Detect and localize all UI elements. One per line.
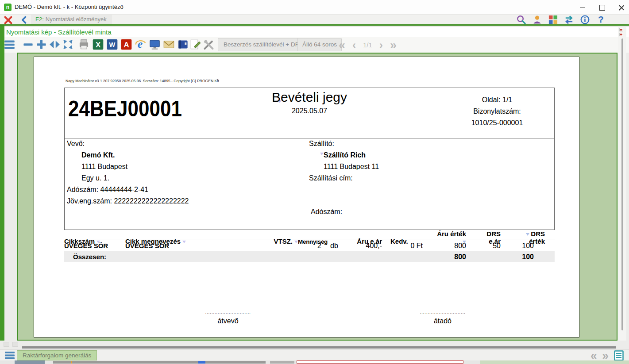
shipping-address-label: Szállítási cím:: [309, 174, 353, 182]
vertical-scrollbar[interactable]: [621, 38, 623, 330]
items-table: Cikkszám Cikk megnevezés VTSZ. Mennyiség…: [64, 230, 555, 262]
nav-bar: F2:Nyomtatási előzmények ?: [0, 15, 629, 26]
menu-icon[interactable]: [4, 38, 15, 50]
status-row: Nyomtatási kép - Szállítólevél minta: [0, 27, 629, 37]
minimize-button[interactable]: [579, 4, 586, 11]
export-excel-icon[interactable]: X: [92, 38, 104, 50]
field-marker-icon: [96, 241, 100, 243]
svg-text:W: W: [109, 41, 116, 48]
window-controls: [579, 0, 625, 15]
layout-button[interactable]: Álló 64 soros: [297, 38, 342, 51]
window-fragment: [15, 360, 45, 364]
print-preview-area: Nagy Machinátor v3.1.207.92050 2025.05.0…: [17, 53, 617, 341]
scroll-left-icon[interactable]: «: [590, 350, 597, 361]
buyer-street: Egy u. 1.: [81, 174, 109, 182]
sum-marker-icon: [526, 233, 529, 236]
report-type-button[interactable]: Beszerzés szállítólevél + DRS: [218, 38, 309, 51]
fit-page-icon[interactable]: [62, 38, 74, 50]
document-meta: Oldal: 1/1 Bizonylatszám: 1010/25-000001: [446, 94, 548, 129]
close-button[interactable]: [618, 4, 625, 11]
mini-icon: [4, 342, 9, 347]
annotation-icon[interactable]: [619, 28, 623, 31]
svg-text:A: A: [123, 41, 129, 49]
mini-icon: [12, 342, 18, 347]
report-copyright-line: Nagy Machinátor v3.1.207.92050 2025.05.0…: [66, 79, 220, 83]
fit-width-icon[interactable]: [49, 38, 61, 50]
cell-aru-ear: 400,-: [347, 242, 389, 250]
annotation-icon[interactable]: [619, 33, 623, 36]
bottom-menu-icon[interactable]: [4, 351, 15, 360]
prev-page-icon[interactable]: ‹: [352, 38, 356, 52]
cell-kedv: 0 Ft: [389, 242, 435, 250]
maximize-button[interactable]: [599, 4, 605, 11]
user-icon[interactable]: [532, 15, 542, 25]
f2-key-label: F2:: [35, 16, 44, 23]
supplier-tax-label: Adószám:: [311, 208, 342, 216]
svg-text:X: X: [96, 41, 101, 49]
archive-icon[interactable]: [177, 38, 189, 50]
generate-stock-movement-button[interactable]: Raktárforgalom generálás: [17, 350, 97, 360]
export-word-icon[interactable]: W: [106, 38, 118, 50]
field-marker-icon: [182, 241, 186, 243]
cell-cikk-megnevezes: ÜVEGES SÖR: [125, 242, 272, 249]
window-fragment: [297, 360, 463, 364]
window-fragment: [480, 360, 629, 364]
document-list-icon[interactable]: [614, 350, 624, 361]
buyer-name: Demó Kft.: [81, 151, 115, 159]
signature-block-issuer: ............................. átadó: [414, 310, 471, 325]
close-view-icon[interactable]: [4, 15, 13, 25]
receipt-number: 1010/25-000001: [446, 117, 548, 129]
first-page-icon[interactable]: «: [339, 38, 345, 52]
horizontal-scrollbar[interactable]: [22, 346, 616, 349]
background-window-sliver: [0, 360, 629, 364]
page-label: Oldal: 1/1: [446, 94, 548, 106]
sum-marker-icon: [463, 241, 466, 243]
info-icon[interactable]: [580, 15, 590, 25]
scroll-right-icon[interactable]: »: [602, 350, 609, 361]
receiver-label: átvevő: [199, 317, 257, 325]
right-side-strip: [618, 27, 626, 341]
f2-tab-label: Nyomtatási előzmények: [46, 16, 107, 23]
cell-drs-ear: 50: [479, 242, 514, 250]
left-accent-strip: [0, 26, 4, 349]
transfer-arrows-icon[interactable]: [564, 15, 574, 25]
email-icon[interactable]: [163, 38, 175, 50]
buyer-label: Vevő:: [67, 140, 85, 148]
window-fragment: [198, 361, 205, 364]
totals-row: Összesen: 800 100: [64, 251, 555, 262]
zoom-out-icon[interactable]: [22, 38, 34, 50]
field-marker-icon: [294, 241, 298, 243]
zoom-in-icon[interactable]: [35, 38, 47, 50]
monitor-icon[interactable]: [149, 38, 161, 50]
title-bar: n DEMÓ - Demó kft. - k - Központi ügyint…: [0, 0, 629, 15]
cell-unit: db: [327, 242, 347, 250]
bottom-right-controls: « »: [590, 350, 624, 361]
search-icon[interactable]: [516, 15, 526, 25]
total-aru-ertek: 800: [435, 253, 479, 261]
buyer-tax-number: Adószám: 44444444-2-41: [67, 186, 148, 194]
col-header-vtsz: VTSZ.: [272, 238, 298, 246]
next-page-icon[interactable]: ›: [379, 38, 383, 52]
print-icon[interactable]: [78, 38, 90, 50]
supplier-label: Szállító:: [309, 140, 334, 148]
window-fragment: [53, 361, 266, 364]
cell-mennyiseg: 2: [298, 242, 327, 250]
document-page: Nagy Machinátor v3.1.207.92050 2025.05.0…: [34, 57, 579, 337]
last-page-icon[interactable]: »: [390, 38, 397, 52]
help-icon[interactable]: ?: [596, 15, 606, 25]
svg-text:?: ?: [598, 15, 604, 24]
apps-grid-icon[interactable]: [548, 15, 558, 25]
section-divider: [65, 138, 554, 138]
buyer-excise-number: Jöv.eng.szám: 2222222222222222222: [67, 197, 189, 205]
preview-toolbar: X W A e Beszerzés szállítólevél + DRS Ál…: [0, 37, 629, 53]
edit-template-icon[interactable]: [189, 38, 201, 50]
document-header-box: 24BEJ00001 Bevételi jegy 2025.05.07 Olda…: [64, 88, 555, 230]
back-chevron-icon[interactable]: [20, 15, 29, 25]
export-pdf-icon[interactable]: A: [120, 38, 132, 50]
f2-history-tab[interactable]: F2:Nyomtatási előzmények: [31, 15, 112, 24]
buyer-city: 1111 Budapest: [81, 163, 127, 171]
settings-tools-icon[interactable]: [203, 38, 215, 50]
total-drs-ertek: 100: [514, 253, 554, 261]
page-navigator: « ‹ 1/1 › »: [339, 37, 397, 53]
browser-icon[interactable]: e: [135, 38, 147, 50]
